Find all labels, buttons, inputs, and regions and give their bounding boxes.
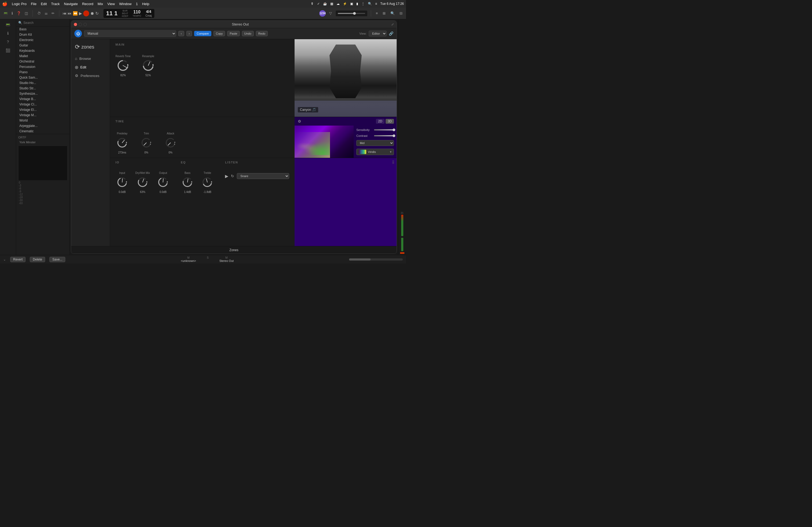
track-list-item[interactable]: Percussion [16,64,70,70]
maximize-button[interactable] [84,23,87,26]
nav-fwd-btn[interactable]: › [186,31,192,36]
track-list-item[interactable]: Arpeggiate... [16,123,70,129]
mixer-btn[interactable]: ⚌ [43,11,49,16]
track-list-item[interactable]: Electronic [16,37,70,43]
preset-arrow-btn[interactable]: ⌄ [3,258,6,261]
listen-play-btn[interactable]: ▶ [225,174,228,179]
track-list-item[interactable]: Vintage El... [16,107,70,112]
track-list-item[interactable]: Drum Kit [16,32,70,37]
cloud-icon[interactable]: ☁ [336,2,340,6]
track-list-item[interactable]: Vintage M... [16,112,70,118]
redo-btn[interactable]: Redo [256,31,268,36]
apple-menu[interactable]: 🍎 [2,1,8,6]
undo-btn[interactable]: Undo [242,31,254,36]
view-2d-btn[interactable]: 2D [376,119,384,124]
color-scheme-dropdown[interactable]: Mel [356,140,394,146]
predelay-knob[interactable] [115,136,129,149]
menu-navigate[interactable]: Navigate [64,2,77,6]
smart-controls-btn[interactable]: ▽ [328,11,333,16]
skip-back-btn[interactable]: ⏪ [73,11,78,16]
wifi-icon[interactable]: ⋮ [361,2,365,6]
trim-knob[interactable] [140,136,153,149]
clock-btn[interactable]: ⏱ [36,11,42,16]
track-list-item[interactable]: Quick Sam... [16,75,70,80]
menu-view[interactable]: View [107,2,115,6]
menu-track[interactable]: Track [51,2,60,6]
battery-icon[interactable]: ▮ [356,2,358,6]
play-btn[interactable]: ▶ [79,11,82,16]
input-knob[interactable] [115,176,129,189]
listen-loop-btn[interactable]: ↻ [231,174,234,178]
bar-number[interactable]: 11 [106,10,113,17]
track-list-item[interactable]: Studio Ho... [16,80,70,86]
coffee-icon[interactable]: ☕ [323,2,327,6]
search-toolbar-btn[interactable]: 🔍 [389,11,396,16]
beat-number[interactable]: 1 [114,10,117,17]
scroll-thumb[interactable] [349,258,371,260]
cycle-btn[interactable]: ↻ [95,11,99,16]
scroll-indicator[interactable] [349,258,403,260]
track-list-item[interactable]: Mallet [16,54,70,59]
sidebar-icon-4[interactable]: ⬛ [3,47,13,54]
plugin-power-btn[interactable]: ⏻ [74,30,82,37]
toolbar-icon-4[interactable]: ◫ [23,11,29,16]
save-btn[interactable]: Save... [49,257,65,262]
attack-knob[interactable] [164,136,177,149]
bass-knob[interactable] [181,176,194,189]
toolbar-icon-3[interactable]: ❓ [15,11,22,16]
time-sig-key[interactable]: 4/4 Cmaj [146,10,152,17]
piano-roll-btn[interactable]: ⊞ [381,11,387,16]
delete-btn[interactable]: Delete [30,257,45,262]
track-list-item[interactable]: Orchestral [16,59,70,64]
minimize-button[interactable] [79,23,82,26]
treble-knob[interactable] [201,176,214,189]
reverb-time-knob[interactable] [116,59,130,72]
track-list-item[interactable]: Vintage B... [16,96,70,102]
checkmark-icon[interactable]: ✓ [317,2,320,6]
listen-sample-dropdown[interactable]: Snare [237,173,289,179]
view-dropdown[interactable]: Editor [369,31,387,36]
view-3d-btn[interactable]: 3D [386,119,394,124]
capture-btn[interactable]: ⏺ [90,11,94,16]
nav-preferences[interactable]: ⚙ Preferences [71,71,110,80]
list-view-btn[interactable]: ≡ [374,11,379,16]
contrast-slider[interactable] [374,135,394,136]
spec-settings-btn[interactable]: ⚙ [297,119,302,124]
record-btn[interactable] [83,11,89,16]
menu-window[interactable]: Window [119,2,132,6]
paste-btn[interactable]: Paste [227,31,240,36]
preset-dropdown[interactable]: Manual [84,30,176,37]
link-btn[interactable]: 🔗 [389,31,393,36]
display-icon[interactable]: ▦ [330,2,333,6]
sidebar-icon-2[interactable]: ℹ [3,30,13,37]
menu-help[interactable]: Help [142,2,149,6]
contrast-thumb[interactable] [393,134,395,137]
menu-file[interactable]: File [31,2,37,6]
mic-icon[interactable]: 🎙 [311,2,314,6]
sensitivity-slider[interactable] [374,129,394,131]
sidebar-icon-1[interactable]: 📟 [3,21,13,28]
controlcenter-icon[interactable]: ▣ [350,2,353,6]
resample-knob[interactable] [142,59,155,72]
fast-forward-btn[interactable]: ⏭ [68,11,72,16]
track-list-item[interactable]: Synthesize... [16,91,70,96]
track-list-item[interactable]: World [16,118,70,123]
toolbar-right-btn[interactable]: ⊟ [398,11,404,16]
master-volume-slider[interactable] [335,10,367,17]
pencil-btn[interactable]: ✏ [50,11,56,16]
sensitivity-thumb[interactable] [393,129,395,131]
sidebar-icon-3[interactable]: ? [3,38,13,46]
compare-btn[interactable]: Compare [194,31,211,36]
menu-number[interactable]: 1 [136,2,138,6]
search-icon[interactable]: 🔍 [368,2,372,6]
track-list-item[interactable]: Guitar [16,43,70,48]
revert-btn[interactable]: Revert [10,257,26,262]
nav-edit[interactable]: ◎ Edit [71,63,110,71]
dots-icon[interactable]: ⣿ [392,160,394,164]
menu-mix[interactable]: Mix [98,2,103,6]
track-list-item[interactable]: Keyboards [16,48,70,54]
menu-logic-pro[interactable]: Logic Pro [12,2,27,6]
bluetooth-icon[interactable]: ⚡ [343,2,347,6]
close-button[interactable] [74,23,77,26]
track-list-item[interactable]: Studio Str... [16,86,70,91]
